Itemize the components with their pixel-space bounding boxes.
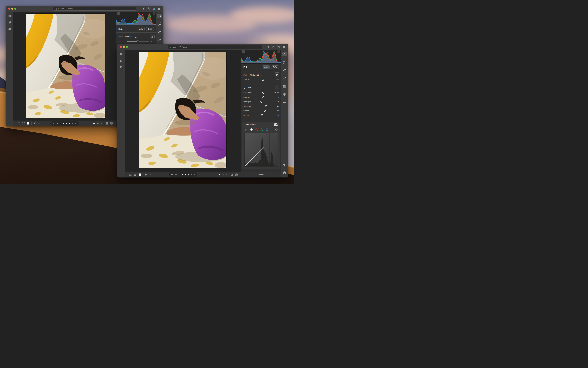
square-grid-view-icon[interactable] [22, 122, 25, 125]
star-rating[interactable] [62, 122, 77, 125]
titlebar[interactable]: ? [6, 6, 163, 12]
linear-gradient-button[interactable] [282, 84, 287, 89]
curve-channel-blue[interactable] [266, 129, 268, 131]
library-icon[interactable] [120, 59, 123, 62]
healing-brush-button[interactable] [157, 29, 162, 34]
mosaic-view-icon[interactable] [129, 173, 132, 176]
flag-pick-icon[interactable] [171, 173, 173, 176]
photo-canvas[interactable] [13, 11, 116, 121]
profile-browser-button[interactable] [150, 34, 155, 39]
histogram[interactable] [116, 11, 156, 25]
curve-channel-luma[interactable] [250, 129, 253, 131]
share-icon[interactable] [272, 46, 275, 48]
search-input[interactable] [53, 7, 136, 10]
star-2-icon[interactable] [66, 122, 68, 125]
histogram[interactable] [241, 50, 281, 64]
parametric-curve-icon[interactable] [245, 128, 248, 131]
detail-view-icon[interactable] [27, 122, 29, 125]
zoom-button[interactable] [14, 8, 16, 10]
filter-icon[interactable] [142, 7, 145, 10]
collapse-histogram-button[interactable] [117, 12, 120, 15]
brush-tool-button[interactable] [282, 76, 287, 81]
bw-button[interactable]: B&W [146, 27, 154, 31]
flag-reject-icon[interactable] [56, 122, 59, 125]
radial-gradient-button[interactable] [282, 92, 287, 97]
chevron-down-icon[interactable] [150, 173, 151, 176]
crop-tool-button[interactable] [157, 22, 162, 26]
star-2-icon[interactable] [184, 173, 186, 176]
photo[interactable] [26, 14, 105, 118]
more-tools-button[interactable] [282, 100, 287, 105]
crop-tool-button[interactable] [282, 60, 287, 64]
mosaic-view-icon[interactable] [17, 122, 20, 125]
square-grid-view-icon[interactable] [134, 173, 137, 176]
profile-value[interactable]: Modern 02 [250, 74, 259, 76]
library-icon[interactable] [8, 21, 11, 24]
view-fill[interactable]: Fill [97, 122, 99, 124]
curve-channel-red[interactable] [255, 129, 258, 131]
slider-whites[interactable] [254, 110, 272, 112]
help-icon[interactable]: ? [152, 7, 155, 10]
sort-icon[interactable] [145, 173, 148, 176]
slider-shadows[interactable] [254, 105, 272, 107]
help-icon[interactable]: ? [277, 46, 280, 48]
star-4-icon[interactable] [190, 173, 192, 176]
target-adjustment-icon[interactable] [275, 128, 278, 131]
filmstrip-toggle-icon[interactable] [105, 122, 108, 125]
edit-tool-button[interactable] [282, 52, 287, 56]
brush-tool-button[interactable] [157, 37, 162, 42]
slider-blacks[interactable] [254, 114, 272, 116]
zoom-button[interactable] [126, 46, 128, 48]
filmstrip-toggle-icon[interactable] [230, 173, 233, 176]
cloud-sync-icon[interactable] [158, 7, 161, 10]
star-3-icon[interactable] [187, 173, 189, 176]
photo-canvas[interactable] [125, 50, 241, 172]
healing-brush-button[interactable] [282, 68, 287, 73]
edit-tool-button[interactable] [157, 14, 162, 18]
sort-icon[interactable] [33, 122, 36, 125]
star-5-icon[interactable] [75, 122, 77, 125]
filter-icon[interactable] [267, 46, 270, 48]
curve-channel-green[interactable] [261, 129, 263, 131]
share-icon[interactable] [147, 7, 150, 10]
view-1to1[interactable]: 1:1 [226, 174, 228, 175]
star-4-icon[interactable] [71, 122, 74, 125]
before-after-icon[interactable] [235, 173, 238, 176]
bw-button[interactable]: B&W [271, 65, 279, 69]
cloud-sync-icon[interactable] [282, 46, 286, 48]
search-bar[interactable] [168, 45, 262, 49]
star-1-icon[interactable] [62, 122, 65, 125]
view-1to1[interactable]: 1:1 [101, 122, 104, 124]
info-icon[interactable] [282, 170, 287, 175]
add-photos-icon[interactable] [120, 53, 123, 56]
tone-curve-button[interactable] [275, 85, 280, 90]
keywords-icon[interactable] [282, 162, 287, 167]
chevron-down-icon[interactable] [244, 87, 245, 88]
collapse-histogram-button[interactable] [242, 50, 245, 53]
minimize-button[interactable] [123, 46, 125, 48]
people-icon[interactable] [120, 66, 123, 69]
view-fit[interactable]: Fit [93, 122, 95, 124]
presets-button[interactable]: Presets [241, 172, 281, 177]
amount-slider[interactable] [252, 79, 274, 81]
slider-exposure[interactable] [254, 92, 272, 94]
minimize-button[interactable] [11, 8, 13, 10]
view-fit[interactable]: Fit [218, 174, 220, 175]
profile-value[interactable]: Modern 02 [125, 36, 134, 37]
before-after-icon[interactable] [110, 122, 113, 125]
titlebar[interactable]: ? [117, 44, 288, 50]
slider-contrast[interactable] [254, 96, 272, 98]
profile-browser-button[interactable] [275, 73, 280, 77]
auto-button[interactable]: Auto [263, 65, 270, 69]
view-fill[interactable]: Fill [222, 174, 224, 175]
lightroom-window-front[interactable]: ? [117, 44, 288, 178]
point-curve-toggle[interactable] [274, 123, 278, 126]
add-photos-icon[interactable] [8, 14, 11, 18]
collapse-panel-button[interactable] [152, 12, 155, 15]
point-curve-graph[interactable] [245, 133, 278, 166]
close-button[interactable] [120, 46, 122, 48]
search-input[interactable] [168, 45, 262, 49]
detail-view-icon[interactable] [138, 173, 141, 176]
star-3-icon[interactable] [69, 122, 71, 125]
star-rating[interactable] [181, 173, 195, 176]
